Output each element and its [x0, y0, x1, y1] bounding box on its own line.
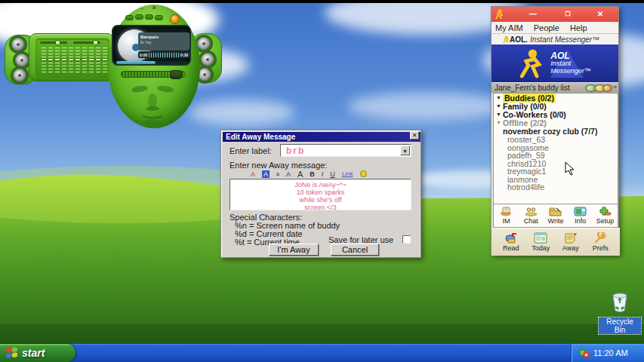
setup-tab-icon[interactable]: [602, 84, 612, 92]
banner-messenger: Messenger™: [550, 67, 591, 75]
info-button[interactable]: Info: [568, 204, 593, 227]
group-family[interactable]: ▼ Family (0/0): [494, 102, 618, 110]
normal-font-button[interactable]: A: [286, 170, 291, 178]
tool-label: Chat: [524, 217, 538, 225]
aim-running-man-icon: [502, 35, 510, 44]
small-font-button[interactable]: a: [276, 170, 279, 178]
buddy-list-owner-label: Jane_Fern's buddy list: [495, 84, 570, 92]
tray-status-icon[interactable]: [579, 348, 590, 358]
setup-button[interactable]: Setup: [593, 204, 618, 227]
cancel-button[interactable]: Cancel: [331, 244, 379, 256]
eq-band-slider[interactable]: [82, 48, 87, 73]
tool-label: Setup: [596, 217, 615, 225]
eq-band-slider[interactable]: [69, 48, 73, 73]
bg-color-button[interactable]: A: [262, 170, 270, 178]
tool-label: Prefs: [593, 244, 609, 252]
label-value: brb: [286, 146, 305, 156]
recycle-bin-icon[interactable]: [609, 291, 631, 314]
tree-arrow-icon[interactable]: ▼: [496, 95, 503, 100]
today-button[interactable]: Today: [526, 229, 556, 256]
smiley-icon[interactable]: [360, 170, 367, 177]
menu-people[interactable]: People: [534, 23, 559, 32]
im-away-button[interactable]: I'm Away: [269, 244, 319, 256]
bold-button[interactable]: B: [310, 170, 315, 178]
label-combo-box[interactable]: brb ▼: [280, 144, 411, 157]
aim-buddy-list-window: — ❒ ✕ My AIM People Help AOL. Instant Me…: [491, 6, 619, 255]
clock[interactable]: 11:20 AM: [593, 348, 628, 357]
link-button[interactable]: Link: [342, 170, 353, 178]
away-message-line: 10 token sparks: [230, 189, 411, 196]
large-font-button[interactable]: A: [297, 170, 303, 178]
dialog-title-bar[interactable]: Edit Away Message: [223, 132, 421, 142]
banner-instant: Instant: [550, 60, 591, 67]
volume-slider[interactable]: [73, 41, 100, 44]
buddy-item[interactable]: chrisd1210: [494, 159, 618, 167]
start-button[interactable]: start: [0, 344, 75, 362]
enter-label-text: Enter label:: [230, 146, 272, 155]
group-coworkers[interactable]: ▼ Co-Workers (0/0): [494, 110, 618, 118]
buddy-item[interactable]: ianmone: [494, 175, 618, 183]
setup-icon: [599, 207, 612, 216]
chevron-down-icon[interactable]: ▼: [400, 146, 410, 155]
buddy-item[interactable]: padefh_59: [494, 151, 618, 159]
read-button[interactable]: Read: [496, 229, 526, 256]
save-for-later-checkbox[interactable]: [402, 235, 411, 244]
today-icon: [534, 232, 547, 244]
tree-arrow-icon[interactable]: ▼: [496, 103, 503, 109]
banner-text: AOL Instant Messenger™: [550, 52, 591, 75]
eq-band-slider[interactable]: [89, 48, 94, 73]
buddy-item[interactable]: rooster_63: [494, 135, 618, 143]
maximize-icon[interactable]: ❒: [562, 10, 573, 19]
read-mail-icon: [504, 232, 518, 244]
buddy-item[interactable]: treymagic1: [494, 167, 618, 175]
buddy-item[interactable]: hotrod4life: [494, 183, 618, 191]
aim-running-man-icon: [495, 9, 504, 20]
away-message-line: while she's off: [230, 196, 411, 204]
eq-band-slider[interactable]: [55, 48, 60, 73]
buddy-subgroup-header[interactable]: november cozy club (7/7): [494, 127, 618, 135]
minimize-icon[interactable]: —: [528, 10, 538, 19]
buddy-item[interactable]: oongasome: [494, 143, 618, 152]
eq-band-slider[interactable]: [96, 48, 100, 73]
eq-band-slider[interactable]: [103, 48, 107, 73]
away-message-line: screen </3: [230, 204, 411, 211]
system-tray: 11:20 AM: [571, 344, 644, 362]
away-message-textarea[interactable]: JoNe is AwAy~*~ 10 token sparks while sh…: [230, 179, 411, 210]
close-icon[interactable]: ✕: [410, 131, 419, 140]
group-buddies[interactable]: ▼ Buddies (0/2): [494, 94, 618, 102]
info-icon: [574, 207, 587, 216]
aim-toolbar-top: IM Chat Write Info Setup: [493, 204, 618, 228]
menu-my-aim[interactable]: My AIM: [495, 23, 523, 32]
away-note-icon: [564, 232, 578, 244]
tree-arrow-icon[interactable]: ▼: [496, 120, 503, 125]
italic-button[interactable]: I: [322, 170, 324, 178]
mouse-cursor: [565, 161, 575, 176]
edit-away-message-dialog: Edit Away Message ✕ Enter label: brb ▼ E…: [220, 130, 421, 258]
taskbar: start 11:20 AM: [0, 344, 644, 362]
tool-label: Today: [532, 244, 550, 252]
aim-toolbar-bottom: Read Today Away Prefs: [491, 228, 620, 256]
menu-help[interactable]: Help: [570, 23, 587, 32]
aim-logo-row: AOL. Instant Messenger™: [491, 34, 618, 44]
chevron-icon[interactable]: »: [613, 83, 617, 90]
eq-band-slider[interactable]: [75, 48, 80, 73]
im-button[interactable]: IM: [494, 204, 519, 227]
letterbox-bar: [0, 0, 644, 3]
font-color-button[interactable]: A: [251, 170, 255, 178]
tree-arrow-icon[interactable]: ▼: [496, 112, 503, 117]
away-button[interactable]: Away: [556, 229, 586, 256]
windows-flag-icon: [6, 347, 18, 360]
eq-band-slider[interactable]: [48, 48, 53, 73]
prefs-button[interactable]: Prefs: [586, 229, 616, 256]
underline-button[interactable]: U: [330, 170, 335, 178]
chat-button[interactable]: Chat: [519, 204, 544, 227]
close-icon[interactable]: ✕: [595, 10, 605, 19]
recycle-bin[interactable]: Recycle Bin: [599, 291, 641, 336]
special-characters-help: Special Characters: %n = Screen name of …: [230, 213, 340, 247]
eq-band-slider[interactable]: [62, 48, 66, 73]
balance-slider[interactable]: [40, 41, 67, 44]
format-toolbar: A A a A A B I U Link: [230, 170, 411, 178]
group-offline[interactable]: ▼ Offline (2/2): [494, 118, 618, 127]
eq-band-slider[interactable]: [42, 48, 46, 73]
write-button[interactable]: Write: [544, 204, 569, 227]
